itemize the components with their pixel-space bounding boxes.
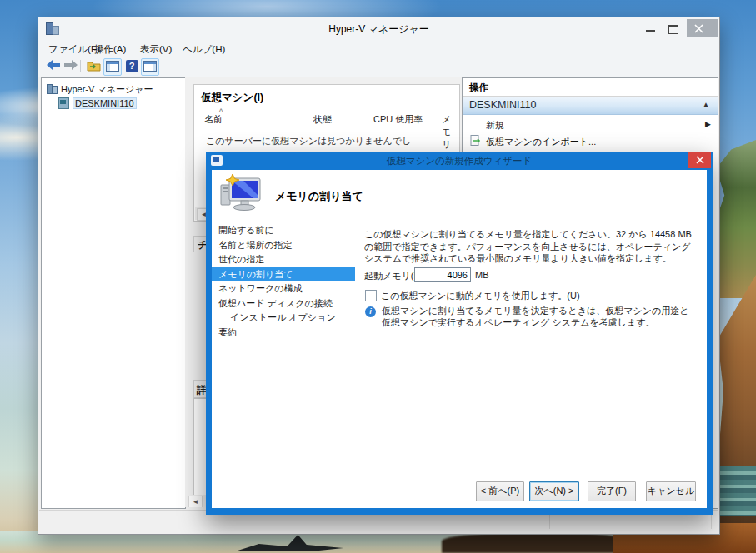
scroll-left-icon[interactable]: ◄ (188, 496, 203, 507)
startup-memory-input[interactable] (414, 267, 471, 282)
menu-view[interactable]: 表示(V) (137, 42, 175, 57)
maximize-icon (668, 25, 678, 34)
close-icon (696, 156, 704, 164)
col-cpu[interactable]: CPU 使用率 (373, 113, 423, 126)
wizard-close-button[interactable] (688, 152, 711, 168)
status-separator (549, 514, 550, 529)
status-separator (711, 514, 712, 529)
menu-bar: ファイル(F) 操作(A) 表示(V) ヘルプ(H) (38, 39, 719, 57)
memory-unit-label: MB (475, 270, 489, 280)
info-icon: i (365, 306, 376, 317)
forward-arrow-icon (64, 60, 78, 70)
vm-panel-title: 仮想マシン(I) (201, 91, 263, 105)
memory-wizard-icon (218, 173, 265, 212)
action-new[interactable]: 新規 ▶ (463, 117, 718, 132)
show-action-pane-button[interactable] (141, 58, 159, 76)
menu-action[interactable]: 操作(A) (91, 42, 129, 57)
hyperv-manager-icon (47, 84, 58, 94)
nav-before-begin[interactable]: 開始する前に (212, 223, 355, 238)
divider (212, 217, 707, 217)
nav-generation[interactable]: 世代の指定 (212, 252, 355, 267)
minimize-icon (646, 30, 655, 32)
memory-intro-text: この仮想マシンに割り当てるメモリ量を指定してください。32 から 14458 M… (364, 228, 701, 265)
export-list-button[interactable] (85, 58, 102, 74)
actions-section-deskmini110[interactable]: DESKMINI110 ▲ (463, 97, 718, 115)
server-icon (58, 97, 69, 109)
nav-summary[interactable]: 要約 (212, 326, 355, 341)
back-button[interactable] (45, 58, 62, 74)
new-vm-wizard-dialog: 仮想マシンの新規作成ウィザード メモリの割り当て 開始する前に 名前と場所の指定… (206, 152, 713, 515)
maximize-button[interactable] (661, 19, 686, 37)
wallpaper-rock-dark (442, 533, 621, 553)
dynamic-memory-checkbox[interactable] (365, 290, 377, 301)
nav-configure-network[interactable]: ネットワークの構成 (212, 281, 355, 296)
help-icon: ? (126, 60, 138, 72)
dynamic-memory-label[interactable]: この仮想マシンに動的メモリを使用します。(U) (381, 290, 580, 302)
tree-item-deskmini110[interactable]: DESKMINI110 (58, 97, 137, 110)
close-button[interactable] (687, 19, 718, 37)
action-import-vm[interactable]: 仮想マシンのインポート... (463, 133, 718, 149)
help-button[interactable]: ? (123, 58, 140, 74)
wizard-title: 仮想マシンの新規作成ウィザード (206, 155, 713, 167)
console-tree-panel: Hyper-V マネージャー DESKMINI110 (41, 77, 186, 509)
nav-name-location[interactable]: 名前と場所の指定 (212, 238, 355, 253)
action-pane-window-icon (143, 61, 157, 72)
next-button[interactable]: 次へ(N) > (529, 481, 579, 501)
import-vm-icon (470, 135, 483, 147)
wizard-page-title: メモリの割り当て (275, 189, 363, 204)
cancel-button[interactable]: キャンセル (646, 481, 696, 501)
forward-button[interactable] (63, 58, 79, 74)
actions-title: 操作 (469, 82, 488, 94)
back-arrow-icon (47, 60, 60, 70)
previous-button[interactable]: < 前へ(P) (476, 481, 524, 501)
tree-item-hyperv-manager[interactable]: Hyper-V マネージャー (47, 82, 153, 96)
toolbar-separator (80, 60, 81, 72)
console-window-icon (106, 61, 119, 72)
window-titlebar[interactable]: Hyper-V マネージャー (38, 17, 719, 39)
finish-button[interactable]: 完了(F) (588, 481, 636, 501)
close-icon (694, 24, 703, 33)
wizard-titlebar[interactable]: 仮想マシンの新規作成ウィザード (206, 152, 713, 170)
nav-connect-vhd[interactable]: 仮想ハード ディスクの接続 (212, 296, 355, 311)
submenu-arrow-icon: ▶ (705, 120, 711, 128)
menu-help[interactable]: ヘルプ(H) (179, 42, 228, 57)
toolbar: ? (38, 57, 719, 77)
window-title: Hyper-V マネージャー (38, 22, 719, 37)
nav-assign-memory[interactable]: メモリの割り当て (212, 267, 355, 282)
show-console-tree-button[interactable] (103, 58, 122, 76)
minimize-button[interactable] (638, 19, 663, 37)
wizard-nav: 開始する前に 名前と場所の指定 世代の指定 メモリの割り当て ネットワークの構成… (212, 223, 355, 340)
col-name[interactable]: 名前 (204, 113, 223, 126)
vm-list-header: ^ 名前 状態 CPU 使用率 メモリの (194, 110, 459, 127)
folder-icon (87, 60, 101, 72)
col-state[interactable]: 状態 (313, 113, 332, 126)
wizard-page-body: この仮想マシンに割り当てるメモリ量を指定してください。32 から 14458 M… (364, 223, 701, 265)
nav-install-options[interactable]: インストール オプション (212, 311, 355, 326)
collapse-icon[interactable]: ▲ (703, 101, 709, 108)
wizard-content: メモリの割り当て 開始する前に 名前と場所の指定 世代の指定 メモリの割り当て … (212, 170, 707, 508)
info-note-text: 仮想マシンに割り当てるメモリ量を決定するときは、仮想マシンの用途と仮想マシンで実… (382, 306, 697, 328)
vm-empty-message: このサーバーに仮想マシンは見つかりませんでし (206, 135, 460, 147)
